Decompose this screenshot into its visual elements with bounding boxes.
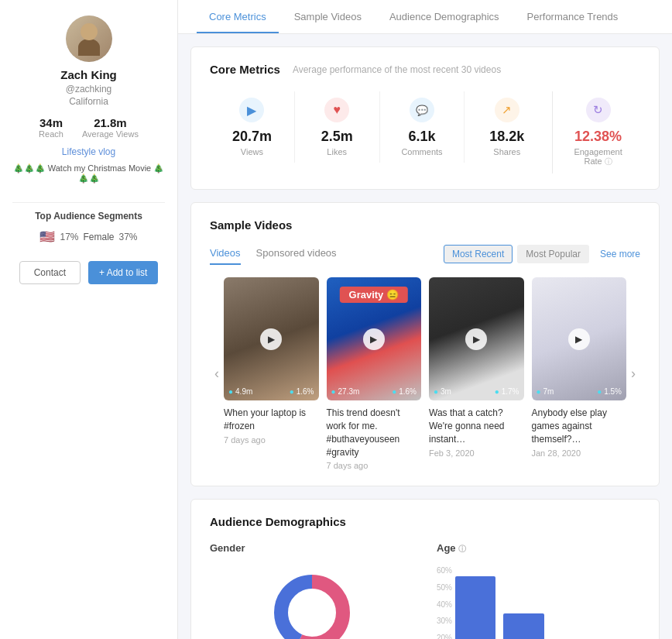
- segment2-gender: Female: [83, 232, 114, 242]
- video-card-2: ▶ Gravity 😑 ● 27.3m ● 1.6% This trend do…: [327, 277, 422, 470]
- sort-most-recent[interactable]: Most Recent: [444, 245, 513, 263]
- age-title: Age ⓘ: [437, 542, 640, 555]
- reach-value: 34m: [39, 116, 63, 129]
- avatar: [66, 15, 112, 62]
- see-more-link[interactable]: See more: [600, 249, 640, 259]
- segment2-pct: 37%: [119, 232, 138, 242]
- video-thumb-1[interactable]: ▶ ● 4.9m ● 1.6%: [224, 277, 319, 400]
- video-date-3: Feb 3, 2020: [429, 448, 524, 458]
- sort-most-popular[interactable]: Most Popular: [517, 245, 589, 263]
- video-title-3: Was that a catch? We're gonna need insta…: [429, 407, 524, 445]
- video-thumb-3[interactable]: ▶ ● 3m ● 1.7%: [429, 277, 524, 400]
- y-label-60: 60%: [437, 567, 452, 575]
- video-engagement-4: ● 1.5%: [597, 387, 622, 396]
- metric-shares: ↗ 18.2k Shares: [464, 91, 549, 163]
- demographics-grid: Gender Female: [210, 542, 640, 639]
- vtab-videos[interactable]: Videos: [210, 242, 241, 265]
- user-name: Zach King: [60, 68, 117, 81]
- play-button-3[interactable]: ▶: [465, 328, 487, 350]
- videos-carousel: ‹ ▶ ● 4.9m ● 1.6% When your laptop is #f…: [210, 277, 640, 470]
- video-views-2: ● 27.3m: [331, 387, 360, 396]
- tab-audience-demographics[interactable]: Audience Demographics: [377, 0, 512, 33]
- vtab-sponsored[interactable]: Sponsored videos: [256, 242, 337, 265]
- tab-sample-videos[interactable]: Sample Videos: [282, 0, 374, 33]
- video-views-1: ● 4.9m: [228, 387, 252, 396]
- y-label-30: 30%: [437, 617, 452, 625]
- avg-views-label: Average Views: [82, 129, 139, 139]
- views-icon: ▶: [239, 98, 264, 122]
- video-date-2: 7 days ago: [327, 461, 422, 470]
- video-card-3: ▶ ● 3m ● 1.7% Was that a catch? We're go…: [429, 277, 524, 470]
- videos-grid: ▶ ● 4.9m ● 1.6% When your laptop is #fro…: [224, 277, 626, 470]
- y-label-50: 50%: [437, 584, 452, 592]
- metric-divider: [552, 91, 553, 173]
- core-metrics-card: Core Metrics Average performance of the …: [190, 46, 660, 190]
- donut-chart: [266, 566, 358, 639]
- bar-chart-inner: [455, 567, 640, 639]
- video-views-4: ● 7m: [537, 387, 554, 396]
- add-to-list-button[interactable]: + Add to list: [88, 261, 158, 284]
- video-card-1: ▶ ● 4.9m ● 1.6% When your laptop is #fro…: [224, 277, 319, 470]
- avg-views-stat: 21.8m Average Views: [82, 116, 139, 139]
- play-button-4[interactable]: ▶: [568, 328, 590, 350]
- avg-views-value: 21.8m: [82, 116, 139, 129]
- video-engagement-1: ● 1.6%: [290, 387, 314, 396]
- bio-text: 🎄🎄🎄 Watch my Christmas Movie 🎄🎄🎄: [12, 163, 165, 184]
- comments-label: Comments: [389, 147, 455, 156]
- gravity-overlay: Gravity 😑: [340, 287, 408, 303]
- audience-segment-1: 🇺🇸 17% Female 37%: [39, 229, 137, 244]
- shares-label: Shares: [474, 147, 540, 156]
- video-date-1: 7 days ago: [224, 435, 319, 445]
- video-stats-1: ● 4.9m ● 1.6%: [228, 387, 314, 396]
- tab-core-metrics[interactable]: Core Metrics: [197, 0, 279, 33]
- tabs-bar: Core Metrics Sample Videos Audience Demo…: [178, 0, 672, 34]
- carousel-prev-arrow[interactable]: ‹: [210, 362, 224, 385]
- contact-button[interactable]: Contact: [19, 261, 81, 284]
- age-col: Age ⓘ 60% 50% 40% 30% 20% 10% 0: [437, 542, 640, 639]
- engagement-icon: ↻: [586, 98, 611, 122]
- reach-stat: 34m Reach: [39, 116, 63, 139]
- video-tabs: Videos Sponsored videos Most Recent Most…: [210, 242, 640, 265]
- core-metrics-title: Core Metrics: [210, 63, 280, 76]
- shares-icon: ↗: [495, 98, 519, 122]
- video-views-3: ● 3m: [434, 387, 451, 396]
- video-card-4: ▶ ● 7m ● 1.5% Anybody else play games ag…: [532, 277, 627, 470]
- bar-chart-row: 60% 50% 40% 30% 20% 10% 0: [437, 567, 640, 639]
- tab-performance-trends[interactable]: Performance Trends: [515, 0, 631, 33]
- audience-demographics-title: Audience Demographics: [210, 515, 640, 528]
- metrics-row: ▶ 20.7m Views ♥ 2.5m Likes 💬 6.1k Commen…: [210, 91, 640, 173]
- flag-icon: 🇺🇸: [39, 229, 55, 244]
- video-thumb-4[interactable]: ▶ ● 7m ● 1.5%: [532, 277, 627, 400]
- engagement-value: 12.38%: [565, 129, 631, 145]
- sample-videos-card: Sample Videos Videos Sponsored videos Mo…: [190, 202, 660, 486]
- bar-col-25-34: [503, 613, 543, 639]
- metric-views: ▶ 20.7m Views: [210, 91, 294, 163]
- gender-title: Gender: [210, 542, 413, 554]
- video-thumb-2[interactable]: ▶ Gravity 😑 ● 27.3m ● 1.6%: [327, 277, 422, 400]
- play-button-1[interactable]: ▶: [260, 328, 282, 350]
- main-content: Core Metrics Sample Videos Audience Demo…: [178, 0, 672, 639]
- carousel-next-arrow[interactable]: ›: [626, 362, 640, 385]
- likes-icon: ♥: [324, 98, 349, 122]
- video-stats-2: ● 27.3m ● 1.6%: [331, 387, 417, 396]
- reach-label: Reach: [39, 129, 63, 139]
- audience-demographics-card: Audience Demographics Gender: [190, 499, 660, 639]
- y-axis: 60% 50% 40% 30% 20% 10% 0: [437, 567, 452, 639]
- donut-wrap: Female Male Female 56.74% Mal: [210, 566, 413, 639]
- video-date-4: Jan 28, 2020: [532, 448, 627, 458]
- y-label-40: 40%: [437, 601, 452, 609]
- gender-col: Gender Female: [210, 542, 413, 639]
- comments-icon: 💬: [410, 98, 434, 122]
- video-title-1: When your laptop is #frozen: [224, 407, 319, 433]
- video-title-2: This trend doesn't work for me. #buthave…: [327, 407, 422, 459]
- core-metrics-subtitle: Average performance of the most recent 3…: [293, 64, 501, 75]
- bar-25-34: [503, 613, 543, 639]
- play-button-2[interactable]: ▶: [363, 328, 385, 350]
- sidebar: Zach King @zachking California 34m Reach…: [0, 0, 178, 639]
- sort-buttons: Most Recent Most Popular See more: [444, 245, 640, 263]
- engagement-label: Engagement Rate ⓘ: [565, 147, 631, 167]
- y-label-20: 20%: [437, 634, 452, 639]
- tag-link[interactable]: Lifestyle vlog: [62, 146, 115, 157]
- shares-value: 18.2k: [474, 129, 540, 145]
- bar-col-13-17: [455, 576, 495, 639]
